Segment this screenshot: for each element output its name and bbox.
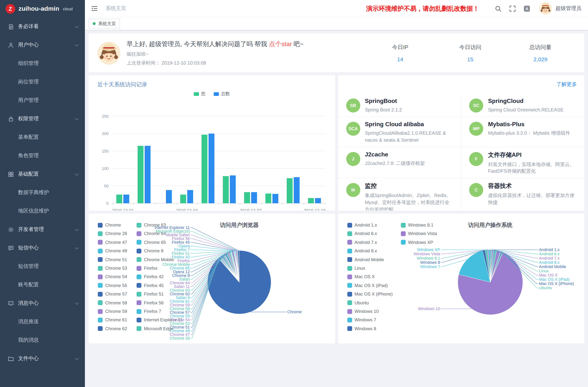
bar-总数[interactable] [273, 194, 278, 203]
welcome-avatar [97, 41, 120, 64]
bar-您[interactable] [223, 176, 229, 203]
bar-您[interactable] [116, 195, 122, 203]
legend-item[interactable]: Chrome 62 [98, 326, 127, 331]
sidebar-subitem[interactable]: 菜单配置 [0, 128, 85, 146]
legend-item[interactable]: Linux [347, 266, 365, 271]
sidebar-item-sms[interactable]: 短信中心 [0, 239, 85, 257]
legend-item[interactable]: Windows 8 [347, 326, 376, 331]
bar-总数[interactable] [294, 177, 299, 203]
sidebar-subitem[interactable]: 用户管理 [0, 91, 85, 110]
sidebar-item-folder[interactable]: 文件中心 [0, 349, 85, 368]
sidebar-item-grid[interactable]: 基础配置 [0, 165, 85, 183]
star-link[interactable]: 点个star [269, 41, 292, 47]
bar-总数[interactable] [315, 198, 321, 203]
search-icon[interactable] [495, 5, 502, 12]
legend-label: Ubuntu [355, 300, 369, 305]
legend-item[interactable]: Chrome 64 [137, 231, 166, 236]
bar-总数[interactable] [123, 195, 129, 203]
legend-item[interactable]: Chrome 59 [98, 309, 127, 314]
user-avatar[interactable] [539, 2, 552, 15]
legend-item[interactable]: Mac OS X (iPhone) [347, 291, 393, 297]
bar-您[interactable] [202, 135, 208, 203]
legend-label: 您 [201, 91, 206, 97]
username[interactable]: 超级管理员 [556, 5, 581, 12]
legend-item[interactable]: Firefox 51 [137, 291, 164, 297]
legend-item[interactable]: Chrome 54 [98, 274, 127, 280]
legend-item[interactable]: Mac OS X [347, 274, 375, 280]
legend-item[interactable]: Windows Vista [401, 231, 437, 236]
legend-item[interactable]: Internet Explorer 11 [137, 317, 183, 323]
legend-item[interactable]: Windows 7 [347, 317, 376, 323]
font-size-icon[interactable]: A [524, 5, 530, 12]
legend-item[interactable]: Chrome 26 [98, 231, 127, 236]
sidebar-subitem[interactable]: 我的消息 [0, 331, 85, 349]
svg-text:2019-12-04: 2019-12-04 [176, 208, 198, 211]
legend-swatch [347, 223, 352, 227]
legend-item[interactable]: Android 8.x [347, 248, 377, 253]
bar-您[interactable] [308, 198, 314, 203]
legend-item[interactable]: Chrome 58 [98, 300, 127, 305]
legend-item[interactable]: Chrome 8 [137, 248, 163, 253]
sidebar-subitem[interactable]: 消息推送 [0, 312, 85, 331]
legend-item[interactable]: Android 1.x [347, 223, 377, 228]
legend-item[interactable]: Firefox 42 [137, 274, 164, 280]
legend-item[interactable]: Microsoft Edge [137, 326, 173, 331]
legend-item[interactable]: Android Mobile [347, 257, 384, 262]
bar-您[interactable] [244, 192, 250, 203]
bar-您[interactable] [180, 195, 186, 203]
bar-总数[interactable] [209, 134, 214, 203]
legend-item[interactable]: Windows 8.1 [401, 223, 433, 228]
bar-总数[interactable] [251, 192, 257, 203]
legend-item[interactable]: 您 [194, 91, 206, 97]
legend-item[interactable]: Chrome 61 [98, 317, 127, 323]
menu-fold-icon[interactable] [91, 5, 98, 12]
sidebar-subitem[interactable]: 角色管理 [0, 146, 85, 165]
legend-item[interactable]: Chrome 65 [137, 240, 166, 245]
app-logo[interactable]: Z zuihou-admin cloud [0, 0, 85, 17]
legend-item[interactable]: Android 7.x [347, 240, 377, 245]
legend-item[interactable]: Mac OS X (iPad) [347, 283, 388, 288]
sidebar-item-msg[interactable]: 消息中心 [0, 294, 85, 312]
tab-home[interactable]: 系统主页 [89, 19, 120, 28]
sidebar-item-lock[interactable]: 权限管理 [0, 110, 85, 128]
sidebar-item-label: 开发者管理 [18, 226, 75, 233]
legend-item[interactable]: Chrome Mobile [137, 257, 174, 262]
learn-more-link[interactable]: 了解更多 [556, 81, 577, 88]
legend-item[interactable]: Firefox 45 [137, 283, 164, 288]
bar-您[interactable] [265, 194, 271, 203]
bar-您[interactable] [138, 146, 144, 203]
sidebar-item-gear[interactable]: 开发者管理 [0, 220, 85, 239]
sidebar-item-doc[interactable]: 务必详看 [0, 17, 85, 36]
legend-item[interactable]: Android 6.x [347, 231, 377, 236]
bar-总数[interactable] [166, 190, 172, 203]
legend-item[interactable]: 总数 [214, 91, 230, 97]
sidebar-subitem[interactable]: 组织管理 [0, 54, 85, 73]
bar-总数[interactable] [145, 146, 151, 203]
legend-item[interactable]: Chrome 55 [98, 283, 127, 288]
legend-item[interactable]: Chrome 51 [98, 257, 127, 262]
bar-您[interactable] [287, 178, 293, 203]
sidebar-subitem[interactable]: 岗位管理 [0, 73, 85, 91]
legend-item[interactable]: Chrome 63 [137, 223, 166, 228]
legend-item[interactable]: Chrome 47 [98, 240, 127, 245]
sidebar-subitem[interactable]: 短信管理 [0, 257, 85, 276]
legend-item[interactable]: Chrome 49 [98, 248, 127, 253]
legend-item[interactable]: Firefox 56 [137, 300, 164, 305]
sidebar-item-user[interactable]: 用户中心 [0, 36, 85, 54]
sidebar-subitem[interactable]: 地区信息维护 [0, 202, 85, 220]
fullscreen-icon[interactable] [509, 5, 516, 12]
legend-item[interactable]: Ubuntu [347, 300, 369, 305]
legend-item[interactable]: Chrome 57 [98, 291, 127, 297]
legend-item[interactable]: Firefox 7 [137, 309, 161, 314]
legend-item[interactable]: Chrome [98, 223, 121, 228]
legend-item[interactable]: Windows XP [401, 240, 433, 245]
legend-item[interactable]: Chrome 53 [98, 266, 127, 271]
sidebar-subitem[interactable]: 数据字典维护 [0, 183, 85, 202]
bar-总数[interactable] [187, 190, 193, 203]
legend-swatch [137, 257, 141, 262]
breadcrumb[interactable]: 系统主页 [105, 5, 126, 12]
legend-item[interactable]: Firefox [137, 266, 157, 271]
legend-item[interactable]: Windows 10 [347, 309, 379, 314]
bar-总数[interactable] [230, 175, 236, 203]
sidebar-subitem[interactable]: 账号配置 [0, 276, 85, 294]
